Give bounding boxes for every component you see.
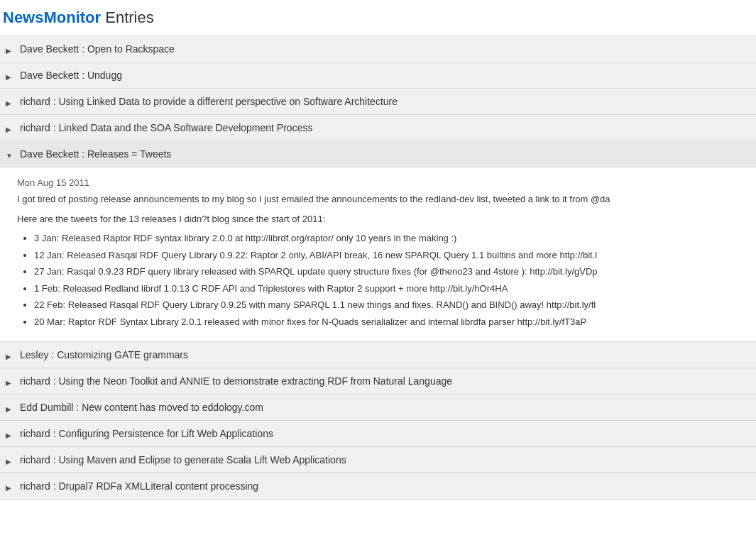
chevron-right-icon	[6, 350, 16, 360]
entry-title: richard : Configuring Persistence for Li…	[20, 428, 273, 439]
entry-paragraph: Here are the tweets for the 13 releases …	[17, 212, 739, 226]
list-item: 22 Feb: Released Rasqal RDF Query Librar…	[34, 298, 739, 312]
chevron-down-icon	[6, 149, 16, 159]
list-item: 3 Jan: Released Raptor RDF syntax librar…	[34, 231, 739, 246]
entry-row[interactable]: richard : Configuring Persistence for Li…	[0, 421, 756, 447]
entry-list: 3 Jan: Released Raptor RDF syntax librar…	[34, 231, 739, 329]
entry-row[interactable]: richard : Using the Neon Toolkit and ANN…	[0, 368, 756, 395]
entry-row[interactable]: richard : Using Linked Data to provide a…	[0, 89, 756, 115]
list-item: 12 Jan: Released Rasqal RDF Query Librar…	[34, 248, 739, 263]
entry-title: richard : Linked Data and the SOA Softwa…	[20, 122, 312, 133]
entry-title: Edd Dumbill : New content has moved to e…	[20, 402, 263, 413]
entry-title: richard : Using Maven and Eclipse to gen…	[20, 454, 346, 465]
entry-paragraph: I got tired of posting release announcem…	[17, 192, 739, 206]
chevron-right-icon	[6, 481, 16, 491]
entry-title: richard : Drupal7 RDFa XMLLiteral conten…	[20, 480, 258, 492]
brand-name: NewsMonitor	[3, 9, 101, 26]
chevron-right-icon	[6, 97, 16, 106]
entry-row[interactable]: Dave Beckett : Releases = Tweets	[0, 141, 756, 167]
entry-row[interactable]: Dave Beckett : Undugg	[0, 62, 756, 89]
entry-title: Lesley : Customizing GATE grammars	[20, 349, 188, 360]
chevron-right-icon	[6, 123, 16, 133]
chevron-right-icon	[6, 402, 16, 412]
page-title: NewsMonitor Entries	[0, 0, 756, 36]
entry-row[interactable]: richard : Drupal7 RDFa XMLLiteral conten…	[0, 473, 756, 500]
entry-title: Dave Beckett : Releases = Tweets	[20, 148, 171, 160]
entry-title: richard : Using Linked Data to provide a…	[20, 96, 398, 107]
chevron-right-icon	[6, 70, 16, 80]
entry-row[interactable]: Edd Dumbill : New content has moved to e…	[0, 395, 756, 421]
entry-title: Dave Beckett : Open to Rackspace	[20, 43, 175, 55]
chevron-right-icon	[6, 376, 16, 386]
entry-row[interactable]: richard : Using Maven and Eclipse to gen…	[0, 447, 756, 473]
entry-title: richard : Using the Neon Toolkit and ANN…	[20, 375, 452, 387]
entry-row[interactable]: Lesley : Customizing GATE grammars	[0, 342, 756, 368]
chevron-right-icon	[6, 455, 16, 465]
title-suffix: Entries	[101, 9, 154, 26]
chevron-right-icon	[6, 429, 16, 439]
entry-row[interactable]: Dave Beckett : Open to Rackspace	[0, 36, 756, 62]
entry-row[interactable]: richard : Linked Data and the SOA Softwa…	[0, 115, 756, 141]
chevron-right-icon	[6, 44, 16, 54]
list-item: 27 Jan: Rasqal 0.9.23 RDF query library …	[34, 265, 739, 279]
entry-title: Dave Beckett : Undugg	[20, 70, 122, 81]
list-item: 20 Mar: Raptor RDF Syntax Library 2.0.1 …	[34, 315, 739, 329]
entries-list: Dave Beckett : Open to RackspaceDave Bec…	[0, 36, 756, 500]
list-item: 1 Feb: Released Redland librdf 1.0.13 C …	[34, 282, 739, 296]
entry-date: Mon Aug 15 2011	[17, 177, 739, 188]
entry-expanded-content: Mon Aug 15 2011I got tired of posting re…	[0, 167, 756, 342]
